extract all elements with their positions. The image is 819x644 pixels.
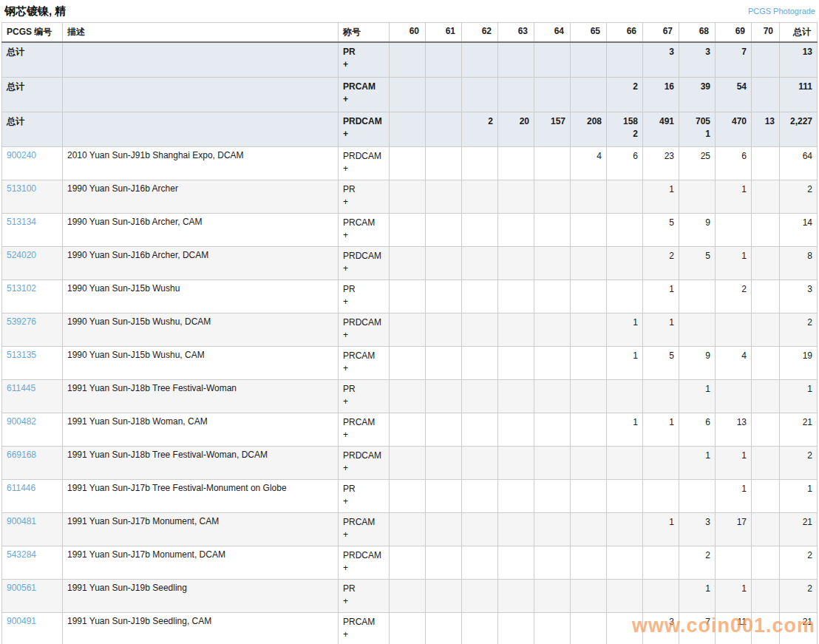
pcgs-number-link[interactable]: 524020 <box>7 250 36 260</box>
grade-68-cell: 2 <box>679 546 716 580</box>
grade-64-cell <box>534 42 571 78</box>
grade-count: 2 <box>466 115 493 128</box>
grade-60-cell <box>390 78 426 112</box>
table-row: 6691681991 Yuan Sun-J18b Tree Festival-W… <box>2 447 818 480</box>
grade-61-cell <box>426 546 462 580</box>
designation-label: PRCAM <box>343 81 384 93</box>
row-total-value: 21 <box>784 616 812 628</box>
pcgs-number-link[interactable]: 611446 <box>7 483 35 493</box>
pcgs-number-link[interactable]: 539276 <box>7 316 36 327</box>
grade-65-cell <box>571 214 607 247</box>
pcgs-number-cell: 513135 <box>2 347 63 380</box>
col-header-grade-66: 66 <box>607 23 643 43</box>
grade-67-cell: 491 <box>643 112 679 147</box>
grade-70-cell <box>752 613 780 644</box>
pcgs-number-link[interactable]: 513135 <box>7 350 36 360</box>
grade-count: 23 <box>648 150 674 163</box>
grade-66-cell: 1 <box>607 313 643 347</box>
pcgs-number-link[interactable]: 543284 <box>7 549 36 560</box>
grade-count: 1 <box>648 416 674 429</box>
table-row: 5131351990 Yuan Sun-J15b Wushu, CAMPRCAM… <box>2 347 818 380</box>
col-header-description: 描述 <box>63 23 339 43</box>
grade-70-cell <box>752 247 780 280</box>
grade-65-cell <box>571 613 607 644</box>
grade-66-cell <box>607 546 643 580</box>
grade-70-cell <box>752 447 780 480</box>
grade-66-cell <box>607 280 643 313</box>
grade-70-cell <box>752 546 780 580</box>
table-row: 5392761990 Yuan Sun-J15b Wushu, DCAMPRDC… <box>2 313 818 347</box>
grade-62-cell <box>462 42 498 78</box>
grade-count: 5 <box>648 350 674 362</box>
grade-60-cell <box>390 546 426 580</box>
row-total-cell: 21 <box>780 413 818 447</box>
grade-68-cell: 7051 <box>679 112 716 147</box>
description-text: 1991 Yuan Sun-J17b Tree Festival-Monumen… <box>67 483 333 493</box>
grade-67-cell: 1 <box>643 513 679 546</box>
table-row: 5240201990 Yuan Sun-J16b Archer, DCAMPRD… <box>2 247 818 280</box>
description-text: 1990 Yuan Sun-J16b Archer, DCAM <box>67 250 333 260</box>
designation-plus: + <box>343 396 384 408</box>
grade-count: 9 <box>684 350 710 362</box>
pcgs-number-link[interactable]: 513134 <box>7 217 36 227</box>
col-header-grade-64: 64 <box>534 23 571 43</box>
pcgs-photograde-link[interactable]: PCGS Photograde <box>748 7 815 16</box>
pcgs-number-cell: 900240 <box>2 147 63 180</box>
grade-63-cell <box>498 447 534 480</box>
grade-64-cell <box>534 413 571 447</box>
grade-62-cell <box>462 313 498 347</box>
grade-60-cell <box>390 313 426 347</box>
designation-cell: PRDCAM+ <box>339 112 390 147</box>
grade-62-cell <box>462 347 498 380</box>
grade-65-cell <box>571 580 607 613</box>
grade-count: 1 <box>720 483 747 495</box>
row-total-value: 19 <box>784 350 812 362</box>
row-total-cell: 1 <box>780 380 818 413</box>
grade-66-cell <box>607 447 643 480</box>
designation-plus: + <box>343 329 384 342</box>
grade-66-cell: 1 <box>607 413 643 447</box>
designation-plus: + <box>343 296 384 308</box>
col-header-grade-60: 60 <box>390 23 426 43</box>
description-cell: 1990 Yuan Sun-J15b Wushu, CAM <box>63 347 339 380</box>
pcgs-number-link[interactable]: 900482 <box>7 416 36 427</box>
grade-count: 4 <box>575 150 602 163</box>
grade-60-cell <box>390 112 426 147</box>
row-total-value: 21 <box>784 516 812 529</box>
pcgs-number-link[interactable]: 900481 <box>7 516 36 526</box>
pcgs-number-link[interactable]: 513100 <box>7 183 36 194</box>
grade-count: 39 <box>684 81 710 93</box>
grade-67-cell <box>643 447 679 480</box>
grade-count: 1 <box>648 183 674 196</box>
grade-69-cell: 1 <box>716 247 752 280</box>
grade-63-cell <box>498 480 534 513</box>
grade-count: 3 <box>684 46 710 58</box>
grade-64-cell <box>534 380 571 413</box>
designation-cell: PR+ <box>339 580 390 613</box>
pcgs-number-link[interactable]: 611445 <box>7 383 35 393</box>
pcgs-number-cell: 611446 <box>2 480 63 513</box>
grade-62-cell <box>462 413 498 447</box>
pcgs-number-link[interactable]: 900491 <box>7 616 36 626</box>
pcgs-number-link[interactable]: 900561 <box>7 583 36 593</box>
pcgs-number-link[interactable]: 513102 <box>7 283 36 294</box>
grade-65-cell <box>571 280 607 313</box>
grade-63-cell <box>498 380 534 413</box>
designation-plus: + <box>343 229 384 242</box>
grade-count: 1 <box>648 516 674 529</box>
top-bar: 钢芯镀镍, 精 PCGS Photograde <box>0 0 819 22</box>
pcgs-number-link[interactable]: 900240 <box>7 150 36 160</box>
grade-69-cell <box>716 313 752 347</box>
grade-count: 1 <box>648 316 674 329</box>
designation-label: PR <box>343 283 384 296</box>
designation-cell: PRDCAM+ <box>339 546 390 580</box>
grade-67-cell: 5 <box>643 214 679 247</box>
grade-65-cell <box>571 513 607 546</box>
grade-61-cell <box>426 147 462 180</box>
pcgs-number-link[interactable]: 669168 <box>7 450 36 460</box>
grade-61-cell <box>426 78 462 112</box>
grade-63-cell: 20 <box>498 112 534 147</box>
grade-61-cell <box>426 112 462 147</box>
grade-67-cell: 1 <box>643 413 679 447</box>
description-cell: 1991 Yuan Sun-J17b Monument, CAM <box>63 513 339 546</box>
